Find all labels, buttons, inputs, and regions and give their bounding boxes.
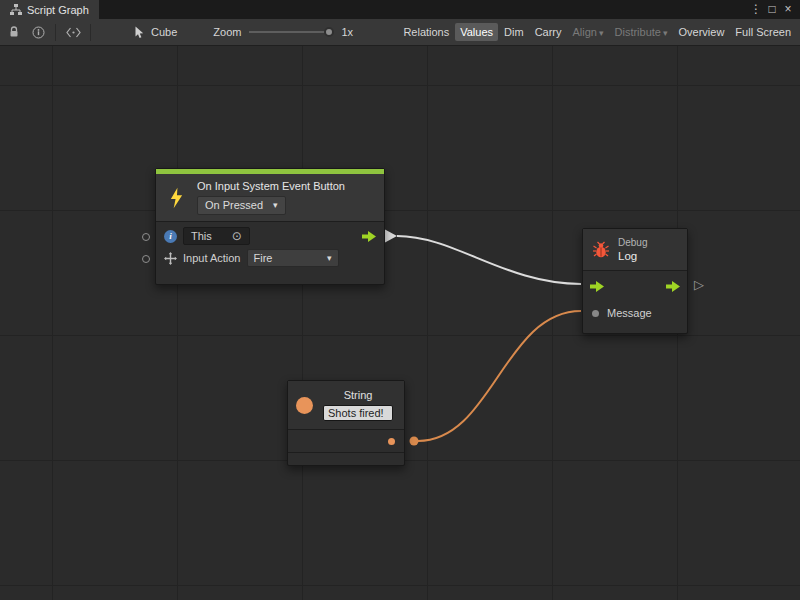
dpad-icon (164, 252, 177, 265)
toolbar-button-fullscreen[interactable]: Full Screen (730, 23, 796, 41)
this-field[interactable]: This ⊙ (183, 227, 250, 245)
graph-target[interactable]: Cube (134, 26, 177, 39)
message-port-row: Message (583, 301, 687, 325)
toolbar-button-overview[interactable]: Overview (674, 23, 730, 41)
string-output-port[interactable] (388, 438, 395, 445)
tab-script-graph[interactable]: Script Graph (0, 0, 99, 19)
window-close-button[interactable]: × (780, 0, 796, 19)
zoom-control: Zoom 1x (213, 26, 353, 38)
toolbar-buttons: Relations Values Dim Carry Align▾ Distri… (398, 23, 796, 41)
message-label: Message (607, 307, 652, 319)
toolbar-button-dim[interactable]: Dim (499, 23, 529, 41)
bug-icon (592, 241, 610, 259)
string-node-footer (288, 453, 404, 465)
toolbar-button-distribute[interactable]: Distribute▾ (610, 23, 673, 41)
event-node-title: On Input System Event Button (197, 180, 345, 193)
debug-log-node[interactable]: Debug Log Message ▷ (582, 228, 688, 334)
zoom-knob[interactable] (324, 27, 334, 37)
flow-output-port[interactable] (666, 281, 680, 292)
event-node-body: i This ⊙ Input Action Fire ▾ (156, 222, 384, 284)
code-view-button[interactable] (61, 22, 85, 43)
toolbar-button-relations[interactable]: Relations (398, 23, 454, 41)
string-type-icon (296, 397, 313, 414)
action-label: Input Action (183, 252, 241, 264)
string-node-header: String (288, 381, 404, 429)
lock-icon (8, 26, 20, 38)
tab-title: Script Graph (27, 4, 89, 16)
event-state-label: On Pressed (205, 199, 263, 212)
object-picker-icon[interactable]: ⊙ (232, 230, 242, 242)
this-input-port[interactable] (142, 233, 150, 241)
toolbar-button-values[interactable]: Values (455, 23, 498, 41)
event-node-header: On Input System Event Button On Pressed … (156, 174, 384, 221)
flow-input-port[interactable] (590, 281, 604, 292)
this-port-row: i This ⊙ (156, 225, 384, 247)
graph-icon (10, 4, 22, 15)
wire-start-dot (410, 437, 419, 446)
action-value: Fire (254, 251, 273, 265)
distribute-label: Distribute (615, 26, 661, 38)
toolbar-separator (90, 24, 91, 41)
window-maximize-button[interactable]: □ (764, 0, 780, 19)
toolbar-button-carry[interactable]: Carry (530, 23, 567, 41)
toolbar-button-align[interactable]: Align▾ (568, 23, 609, 41)
debug-node-header: Debug Log (583, 229, 687, 270)
zoom-label: Zoom (213, 26, 241, 38)
zoom-slider[interactable] (249, 31, 333, 33)
connection-flow[interactable] (397, 236, 581, 284)
lightning-icon (164, 180, 188, 215)
action-input-port[interactable] (142, 255, 150, 263)
target-name: Cube (151, 26, 177, 38)
info-icon: i (164, 230, 177, 243)
chevron-down-icon: ▾ (663, 28, 668, 38)
chevron-down-icon: ▾ (327, 251, 332, 265)
window-menu-button[interactable]: ⋮ (748, 0, 764, 19)
debug-flow-row (583, 271, 687, 301)
wire-start-arrow (385, 230, 397, 243)
window-controls: ⋮ □ × (748, 0, 800, 19)
string-node[interactable]: String (287, 380, 405, 466)
info-button[interactable] (26, 22, 50, 43)
info-icon (32, 26, 45, 39)
titlebar: Script Graph ⋮ □ × (0, 0, 800, 19)
action-dropdown[interactable]: Fire ▾ (247, 249, 339, 267)
event-state-dropdown[interactable]: On Pressed ▾ (197, 196, 286, 215)
string-output-row (288, 430, 404, 452)
lock-button[interactable] (2, 22, 26, 43)
align-label: Align (573, 26, 597, 38)
toolbar-separator (55, 24, 56, 41)
chevron-down-icon: ▾ (273, 199, 278, 212)
this-label: This (191, 229, 212, 243)
string-value-input[interactable] (323, 405, 393, 421)
connection-message[interactable] (418, 311, 581, 441)
string-title: String (344, 389, 373, 402)
toolbar: Cube Zoom 1x Relations Values Dim Carry … (0, 19, 800, 46)
debug-name: Log (618, 250, 647, 262)
event-node[interactable]: On Input System Event Button On Pressed … (155, 168, 385, 285)
action-port-row: Input Action Fire ▾ (156, 247, 384, 269)
code-icon (66, 27, 81, 38)
chevron-down-icon: ▾ (599, 28, 604, 38)
message-port[interactable] (592, 310, 599, 317)
zoom-value: 1x (341, 26, 353, 38)
flow-output-port[interactable] (362, 231, 376, 242)
debug-category: Debug (618, 237, 647, 248)
cursor-icon (134, 26, 145, 39)
next-flow-triangle-icon: ▷ (694, 278, 704, 291)
graph-canvas[interactable]: On Input System Event Button On Pressed … (0, 46, 800, 600)
